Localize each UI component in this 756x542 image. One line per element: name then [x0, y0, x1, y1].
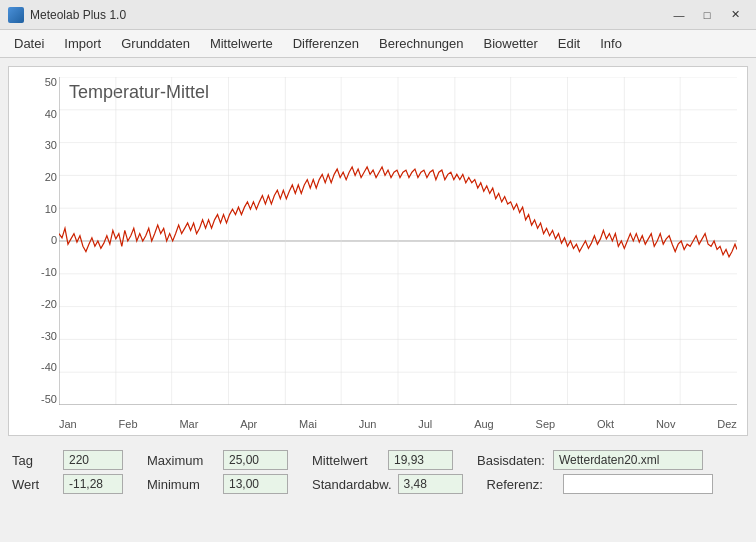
menu-import[interactable]: Import	[54, 32, 111, 55]
y-label-0: 0	[51, 235, 57, 246]
minimize-button[interactable]: —	[666, 5, 692, 25]
menu-biowetter[interactable]: Biowetter	[474, 32, 548, 55]
y-label-20: 20	[45, 172, 57, 183]
minimum-input[interactable]	[223, 474, 288, 494]
y-label-n30: -30	[41, 331, 57, 342]
basisdaten-field-group: Basisdaten:	[477, 450, 703, 470]
title-bar: Meteolab Plus 1.0 — □ ✕	[0, 0, 756, 30]
menu-berechnungen[interactable]: Berechnungen	[369, 32, 474, 55]
y-label-n40: -40	[41, 362, 57, 373]
y-label-10: 10	[45, 204, 57, 215]
x-label-okt: Okt	[597, 418, 614, 430]
tag-label: Tag	[12, 453, 57, 468]
x-label-mar: Mar	[179, 418, 198, 430]
wert-label: Wert	[12, 477, 57, 492]
y-label-n50: -50	[41, 394, 57, 405]
menu-bar: Datei Import Grunddaten Mittelwerte Diff…	[0, 30, 756, 58]
menu-grunddaten[interactable]: Grunddaten	[111, 32, 200, 55]
y-label-40: 40	[45, 109, 57, 120]
x-label-dez: Dez	[717, 418, 737, 430]
menu-edit[interactable]: Edit	[548, 32, 590, 55]
maximum-field-group: Maximum	[147, 450, 288, 470]
app-icon	[8, 7, 24, 23]
minimum-field-group: Minimum	[147, 474, 288, 494]
referenz-input[interactable]	[563, 474, 713, 494]
mittelwert-input[interactable]	[388, 450, 453, 470]
y-label-50: 50	[45, 77, 57, 88]
x-label-feb: Feb	[119, 418, 138, 430]
menu-info[interactable]: Info	[590, 32, 632, 55]
chart-area: Temperatur-Mittel 50 40 30 20 10 0 -10 -…	[8, 66, 748, 436]
tag-input[interactable]	[63, 450, 123, 470]
maximum-label: Maximum	[147, 453, 217, 468]
standardabw-label: Standardabw.	[312, 477, 392, 492]
wert-input[interactable]	[63, 474, 123, 494]
wert-field-group: Wert	[12, 474, 123, 494]
x-axis: Jan Feb Mar Apr Mai Jun Jul Aug Sep Okt …	[59, 418, 737, 430]
x-label-jan: Jan	[59, 418, 77, 430]
x-label-nov: Nov	[656, 418, 676, 430]
app-title: Meteolab Plus 1.0	[30, 8, 666, 22]
chart-svg	[59, 77, 737, 405]
x-label-jul: Jul	[418, 418, 432, 430]
standardabw-field-group: Standardabw.	[312, 474, 463, 494]
x-label-jun: Jun	[359, 418, 377, 430]
close-button[interactable]: ✕	[722, 5, 748, 25]
standardabw-input[interactable]	[398, 474, 463, 494]
x-label-mai: Mai	[299, 418, 317, 430]
menu-differenzen[interactable]: Differenzen	[283, 32, 369, 55]
y-label-30: 30	[45, 140, 57, 151]
mittelwert-field-group: Mittelwert	[312, 450, 453, 470]
menu-mittelwerte[interactable]: Mittelwerte	[200, 32, 283, 55]
referenz-field-group: Referenz:	[487, 474, 713, 494]
y-label-n20: -20	[41, 299, 57, 310]
y-axis: 50 40 30 20 10 0 -10 -20 -30 -40 -50	[19, 77, 57, 405]
basisdaten-input[interactable]	[553, 450, 703, 470]
minimum-label: Minimum	[147, 477, 217, 492]
x-label-aug: Aug	[474, 418, 494, 430]
basisdaten-label: Basisdaten:	[477, 453, 547, 468]
mittelwert-label: Mittelwert	[312, 453, 382, 468]
y-label-n10: -10	[41, 267, 57, 278]
x-label-apr: Apr	[240, 418, 257, 430]
menu-datei[interactable]: Datei	[4, 32, 54, 55]
referenz-label: Referenz:	[487, 477, 557, 492]
window-controls: — □ ✕	[666, 5, 748, 25]
maximize-button[interactable]: □	[694, 5, 720, 25]
maximum-input[interactable]	[223, 450, 288, 470]
tag-field-group: Tag	[12, 450, 123, 470]
x-label-sep: Sep	[536, 418, 556, 430]
bottom-panel: Tag Maximum Mittelwert Basisdaten: Wert …	[0, 444, 756, 500]
